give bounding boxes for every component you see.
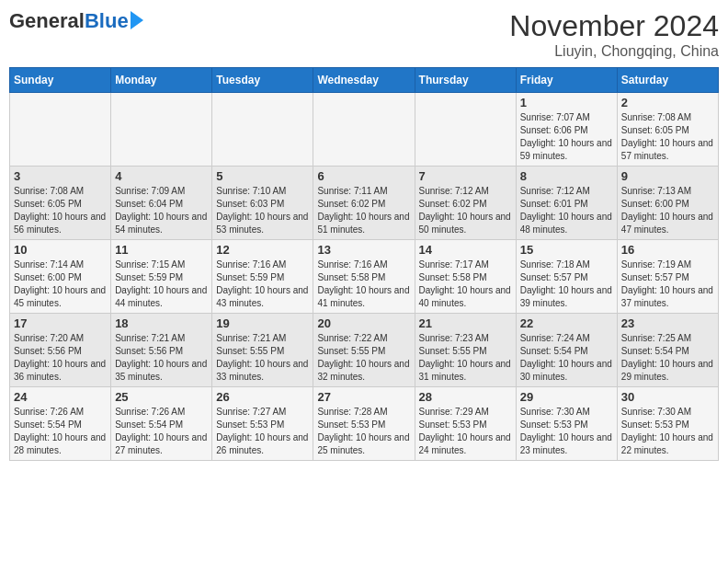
day-info: Sunrise: 7:11 AM Sunset: 6:02 PM Dayligh… (317, 185, 410, 236)
day-info: Sunrise: 7:08 AM Sunset: 6:05 PM Dayligh… (14, 185, 107, 236)
day-info: Sunrise: 7:07 AM Sunset: 6:06 PM Dayligh… (520, 111, 613, 163)
day-number: 7 (419, 169, 512, 183)
calendar-week-row: 1Sunrise: 7:07 AM Sunset: 6:06 PM Daylig… (10, 93, 719, 167)
day-number: 1 (520, 96, 613, 109)
weekday-header-wednesday: Wednesday (313, 68, 415, 93)
day-info: Sunrise: 7:16 AM Sunset: 5:58 PM Dayligh… (317, 259, 410, 310)
calendar-cell (313, 93, 415, 167)
month-year-title: November 2024 (509, 9, 719, 43)
day-number: 21 (419, 316, 512, 330)
day-number: 4 (115, 169, 208, 183)
day-info: Sunrise: 7:09 AM Sunset: 6:04 PM Dayligh… (115, 185, 208, 236)
day-number: 20 (317, 316, 410, 330)
day-number: 23 (621, 316, 714, 330)
calendar-cell: 14Sunrise: 7:17 AM Sunset: 5:58 PM Dayli… (415, 240, 516, 314)
day-info: Sunrise: 7:30 AM Sunset: 5:53 PM Dayligh… (520, 406, 613, 457)
day-number: 11 (115, 243, 208, 257)
day-number: 25 (115, 390, 208, 404)
day-info: Sunrise: 7:17 AM Sunset: 5:58 PM Dayligh… (419, 259, 512, 310)
day-info: Sunrise: 7:29 AM Sunset: 5:53 PM Dayligh… (419, 406, 512, 457)
day-info: Sunrise: 7:08 AM Sunset: 6:05 PM Dayligh… (621, 111, 714, 163)
day-number: 14 (419, 243, 512, 257)
calendar-header: SundayMondayTuesdayWednesdayThursdayFrid… (10, 68, 719, 93)
page-header: General Blue November 2024 Liuyin, Chong… (9, 9, 719, 60)
day-number: 2 (621, 96, 714, 109)
day-info: Sunrise: 7:13 AM Sunset: 6:00 PM Dayligh… (621, 185, 714, 236)
calendar-cell: 30Sunrise: 7:30 AM Sunset: 5:53 PM Dayli… (617, 387, 718, 461)
calendar-cell: 13Sunrise: 7:16 AM Sunset: 5:58 PM Dayli… (313, 240, 415, 314)
day-info: Sunrise: 7:19 AM Sunset: 5:57 PM Dayligh… (621, 259, 714, 310)
day-number: 18 (115, 316, 208, 330)
day-info: Sunrise: 7:23 AM Sunset: 5:55 PM Dayligh… (419, 332, 512, 384)
weekday-header-saturday: Saturday (617, 68, 718, 93)
logo-blue-text: Blue (85, 9, 129, 33)
day-number: 24 (14, 390, 107, 404)
day-info: Sunrise: 7:16 AM Sunset: 5:59 PM Dayligh… (216, 259, 309, 310)
calendar-cell: 21Sunrise: 7:23 AM Sunset: 5:55 PM Dayli… (415, 314, 516, 387)
calendar-cell (415, 93, 516, 167)
day-number: 6 (317, 169, 410, 183)
calendar-body: 1Sunrise: 7:07 AM Sunset: 6:06 PM Daylig… (10, 93, 719, 461)
calendar-cell: 11Sunrise: 7:15 AM Sunset: 5:59 PM Dayli… (111, 240, 212, 314)
day-number: 27 (317, 390, 410, 404)
day-info: Sunrise: 7:30 AM Sunset: 5:53 PM Dayligh… (621, 406, 714, 457)
calendar-cell: 24Sunrise: 7:26 AM Sunset: 5:54 PM Dayli… (10, 387, 111, 461)
day-info: Sunrise: 7:22 AM Sunset: 5:55 PM Dayligh… (317, 332, 410, 384)
day-info: Sunrise: 7:26 AM Sunset: 5:54 PM Dayligh… (14, 406, 107, 457)
calendar-cell: 16Sunrise: 7:19 AM Sunset: 5:57 PM Dayli… (617, 240, 718, 314)
day-info: Sunrise: 7:20 AM Sunset: 5:56 PM Dayligh… (14, 332, 107, 384)
day-info: Sunrise: 7:14 AM Sunset: 6:00 PM Dayligh… (14, 259, 107, 310)
location-subtitle: Liuyin, Chongqing, China (509, 43, 719, 60)
calendar-cell: 28Sunrise: 7:29 AM Sunset: 5:53 PM Dayli… (415, 387, 516, 461)
calendar-cell: 25Sunrise: 7:26 AM Sunset: 5:54 PM Dayli… (111, 387, 212, 461)
calendar-cell: 12Sunrise: 7:16 AM Sunset: 5:59 PM Dayli… (212, 240, 313, 314)
calendar-cell: 23Sunrise: 7:25 AM Sunset: 5:54 PM Dayli… (617, 314, 718, 387)
day-number: 22 (520, 316, 613, 330)
day-number: 28 (419, 390, 512, 404)
calendar-cell: 20Sunrise: 7:22 AM Sunset: 5:55 PM Dayli… (313, 314, 415, 387)
day-info: Sunrise: 7:15 AM Sunset: 5:59 PM Dayligh… (115, 259, 208, 310)
calendar-cell: 5Sunrise: 7:10 AM Sunset: 6:03 PM Daylig… (212, 167, 313, 240)
logo-arrow-icon (131, 11, 143, 29)
calendar-table: SundayMondayTuesdayWednesdayThursdayFrid… (9, 67, 719, 461)
calendar-cell: 4Sunrise: 7:09 AM Sunset: 6:04 PM Daylig… (111, 167, 212, 240)
calendar-cell: 18Sunrise: 7:21 AM Sunset: 5:56 PM Dayli… (111, 314, 212, 387)
weekday-header-row: SundayMondayTuesdayWednesdayThursdayFrid… (10, 68, 719, 93)
day-info: Sunrise: 7:21 AM Sunset: 5:55 PM Dayligh… (216, 332, 309, 384)
day-info: Sunrise: 7:21 AM Sunset: 5:56 PM Dayligh… (115, 332, 208, 384)
calendar-cell: 22Sunrise: 7:24 AM Sunset: 5:54 PM Dayli… (516, 314, 617, 387)
day-info: Sunrise: 7:25 AM Sunset: 5:54 PM Dayligh… (621, 332, 714, 384)
day-number: 13 (317, 243, 410, 257)
calendar-cell: 9Sunrise: 7:13 AM Sunset: 6:00 PM Daylig… (617, 167, 718, 240)
day-number: 26 (216, 390, 309, 404)
title-block: November 2024 Liuyin, Chongqing, China (509, 9, 719, 60)
day-number: 29 (520, 390, 613, 404)
day-info: Sunrise: 7:18 AM Sunset: 5:57 PM Dayligh… (520, 259, 613, 310)
logo: General Blue (9, 9, 143, 33)
calendar-week-row: 24Sunrise: 7:26 AM Sunset: 5:54 PM Dayli… (10, 387, 719, 461)
day-number: 5 (216, 169, 309, 183)
day-number: 30 (621, 390, 714, 404)
day-number: 12 (216, 243, 309, 257)
day-info: Sunrise: 7:10 AM Sunset: 6:03 PM Dayligh… (216, 185, 309, 236)
calendar-cell: 10Sunrise: 7:14 AM Sunset: 6:00 PM Dayli… (10, 240, 111, 314)
day-number: 8 (520, 169, 613, 183)
calendar-cell: 17Sunrise: 7:20 AM Sunset: 5:56 PM Dayli… (10, 314, 111, 387)
weekday-header-sunday: Sunday (10, 68, 111, 93)
day-number: 15 (520, 243, 613, 257)
weekday-header-thursday: Thursday (415, 68, 516, 93)
calendar-cell: 27Sunrise: 7:28 AM Sunset: 5:53 PM Dayli… (313, 387, 415, 461)
calendar-cell (111, 93, 212, 167)
calendar-cell: 8Sunrise: 7:12 AM Sunset: 6:01 PM Daylig… (516, 167, 617, 240)
day-info: Sunrise: 7:24 AM Sunset: 5:54 PM Dayligh… (520, 332, 613, 384)
day-info: Sunrise: 7:26 AM Sunset: 5:54 PM Dayligh… (115, 406, 208, 457)
calendar-cell (10, 93, 111, 167)
day-info: Sunrise: 7:28 AM Sunset: 5:53 PM Dayligh… (317, 406, 410, 457)
calendar-week-row: 17Sunrise: 7:20 AM Sunset: 5:56 PM Dayli… (10, 314, 719, 387)
calendar-cell: 15Sunrise: 7:18 AM Sunset: 5:57 PM Dayli… (516, 240, 617, 314)
calendar-cell: 6Sunrise: 7:11 AM Sunset: 6:02 PM Daylig… (313, 167, 415, 240)
calendar-cell: 7Sunrise: 7:12 AM Sunset: 6:02 PM Daylig… (415, 167, 516, 240)
day-number: 10 (14, 243, 107, 257)
day-info: Sunrise: 7:27 AM Sunset: 5:53 PM Dayligh… (216, 406, 309, 457)
day-number: 9 (621, 169, 714, 183)
